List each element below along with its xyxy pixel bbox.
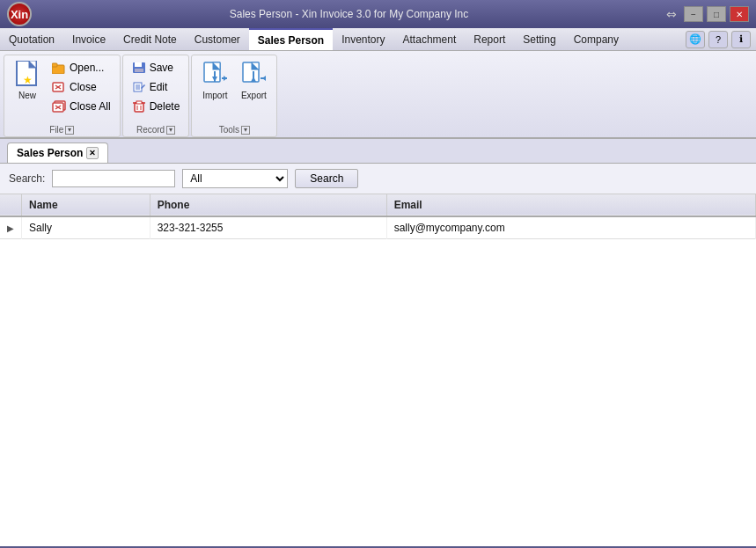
search-label: Search: (9, 172, 45, 185)
record-small-buttons: Save Edit (128, 59, 184, 115)
new-document-svg: ★ (15, 61, 40, 89)
menubar-right: 🌐 ? ℹ (686, 31, 756, 48)
menu-quotation[interactable]: Quotation (0, 28, 63, 50)
menubar: Quotation Invoice Credit Note Customer S… (0, 28, 756, 51)
search-bar: Search: All Name Phone Email Search (0, 164, 756, 194)
new-button[interactable]: ★ New (10, 59, 45, 102)
ribbon-group-record-content: Save Edit (128, 59, 184, 123)
window-controls: − □ ✕ (684, 6, 749, 22)
ribbon-group-file-content: ★ New Open... (10, 59, 114, 123)
save-button[interactable]: Save (128, 59, 184, 77)
svg-rect-15 (135, 62, 142, 67)
search-filter-select[interactable]: All Name Phone Email (182, 169, 288, 188)
export-button-label: Export (241, 91, 267, 100)
edit-button[interactable]: Edit (128, 78, 184, 96)
close-icon (52, 80, 66, 94)
row-expand-arrow[interactable]: ▶ (0, 216, 22, 239)
delete-button-label: Delete (150, 100, 180, 113)
close-all-icon (52, 99, 66, 113)
import-button[interactable]: Import (197, 59, 232, 102)
tab-sales-person-label: Sales Person (17, 147, 83, 159)
open-icon (52, 61, 66, 75)
edit-button-label: Edit (150, 81, 168, 93)
data-table: Name Phone Email ▶ Sally 323-321-3255 sa… (0, 194, 756, 239)
edit-icon (132, 80, 146, 94)
svg-rect-6 (52, 63, 57, 67)
delete-icon (132, 99, 146, 113)
col-phone-header: Phone (150, 194, 386, 216)
file-group-label: File ▾ (10, 125, 114, 135)
save-button-label: Save (150, 62, 173, 74)
close-button-label: Close (70, 81, 97, 93)
tab-area: Sales Person ✕ (0, 139, 756, 164)
save-icon (132, 61, 146, 75)
new-button-label: New (18, 91, 36, 100)
svg-text:★: ★ (23, 74, 33, 86)
row-name: Sally (22, 216, 150, 239)
close-window-button[interactable]: ✕ (730, 6, 749, 22)
row-phone: 323-321-3255 (150, 216, 386, 239)
delete-button[interactable]: Delete (128, 98, 184, 115)
help-icon-btn[interactable]: ? (708, 31, 728, 48)
tab-close-button[interactable]: ✕ (86, 147, 99, 159)
open-button[interactable]: Open... (48, 59, 114, 77)
menu-company[interactable]: Company (565, 28, 628, 50)
close-all-button-label: Close All (70, 100, 111, 113)
titlebar: Xin Sales Person - Xin Invoice 3.0 for M… (0, 0, 756, 28)
row-email: sally@mycompany.com (386, 216, 755, 239)
minimize-button[interactable]: − (684, 6, 703, 22)
ribbon-group-tools-content: Import Export (197, 59, 271, 123)
menu-customer[interactable]: Customer (186, 28, 249, 50)
ribbon-group-tools: Import Export (191, 55, 277, 137)
info-icon-btn[interactable]: ℹ (731, 31, 751, 48)
ribbon-group-file: ★ New Open... (4, 55, 121, 137)
open-button-label: Open... (70, 62, 104, 74)
table-header-row: Name Phone Email (0, 194, 756, 216)
export-icon (239, 61, 268, 89)
menu-setting[interactable]: Setting (514, 28, 564, 50)
tools-group-expand[interactable]: ▾ (241, 126, 250, 135)
title-arrows: ⇔ (666, 7, 677, 21)
new-doc-icon: ★ (13, 61, 41, 89)
svg-marker-34 (224, 76, 227, 81)
data-table-container: Name Phone Email ▶ Sally 323-321-3255 sa… (0, 194, 756, 546)
app-logo: Xin (7, 2, 32, 26)
table-row[interactable]: ▶ Sally 323-321-3255 sally@mycompany.com (0, 216, 756, 239)
search-button[interactable]: Search (295, 169, 358, 188)
globe-icon-btn[interactable]: 🌐 (686, 31, 705, 48)
main-content: Search: All Name Phone Email Search Name… (0, 164, 756, 546)
menu-credit-note[interactable]: Credit Note (114, 28, 186, 50)
svg-rect-24 (136, 101, 142, 104)
menu-sales-person[interactable]: Sales Person (249, 28, 333, 50)
menu-report[interactable]: Report (465, 28, 514, 50)
col-expand (0, 194, 22, 216)
svg-rect-16 (135, 69, 143, 72)
search-input[interactable] (52, 170, 175, 187)
restore-button[interactable]: □ (707, 6, 726, 22)
svg-marker-42 (262, 76, 266, 81)
col-email-header: Email (386, 194, 755, 216)
close-all-button[interactable]: Close All (48, 98, 114, 115)
window-title: Sales Person - Xin Invoice 3.0 for My Co… (32, 8, 666, 20)
ribbon: ★ New Open... (0, 51, 756, 139)
col-name-header: Name (22, 194, 150, 216)
record-group-label: Record ▾ (128, 125, 184, 135)
menu-inventory[interactable]: Inventory (333, 28, 393, 50)
file-group-expand[interactable]: ▾ (65, 126, 74, 135)
menu-invoice[interactable]: Invoice (63, 28, 114, 50)
export-button[interactable]: Export (236, 59, 271, 102)
tools-group-label: Tools ▾ (197, 125, 271, 135)
close-button[interactable]: Close (48, 78, 114, 96)
ribbon-group-record: Save Edit (122, 55, 190, 137)
file-small-buttons: Open... Close (48, 59, 114, 115)
record-group-expand[interactable]: ▾ (166, 126, 175, 135)
tab-sales-person[interactable]: Sales Person ✕ (7, 142, 108, 163)
menu-attachment[interactable]: Attachment (394, 28, 466, 50)
import-button-label: Import (202, 91, 227, 100)
import-icon (201, 61, 229, 89)
